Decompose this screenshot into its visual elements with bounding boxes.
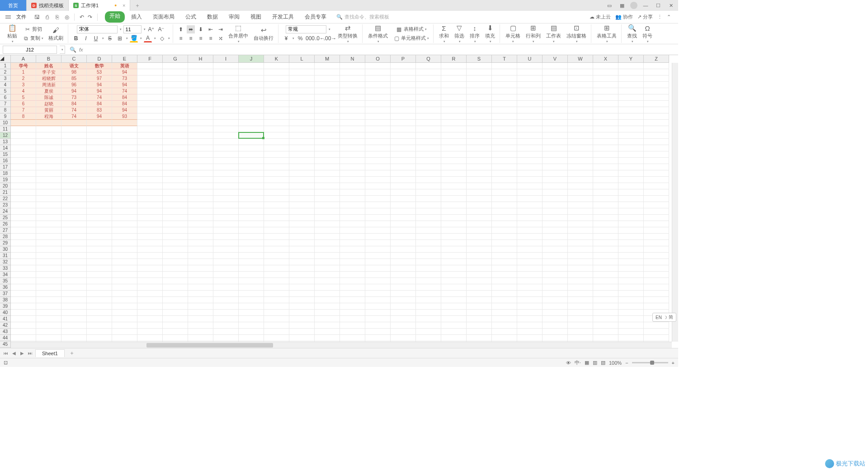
cell[interactable] (593, 183, 618, 189)
cell[interactable] (163, 215, 188, 221)
avatar-icon[interactable] (630, 2, 637, 9)
cell[interactable] (239, 322, 264, 329)
cell[interactable] (644, 234, 669, 240)
cell[interactable] (239, 297, 264, 303)
row-header[interactable]: 10 (0, 120, 11, 126)
cell[interactable] (542, 297, 568, 303)
cell[interactable] (416, 75, 441, 82)
row-header[interactable]: 6 (0, 94, 11, 101)
cell[interactable] (644, 82, 669, 88)
col-header-J[interactable]: J (239, 55, 264, 63)
cell[interactable] (568, 88, 593, 94)
cell[interactable] (517, 234, 542, 240)
cell[interactable] (618, 208, 644, 215)
cell[interactable] (36, 329, 61, 335)
cell[interactable] (239, 94, 264, 101)
cell[interactable] (163, 177, 188, 183)
cell[interactable] (644, 101, 669, 107)
cell[interactable] (264, 139, 289, 145)
cell[interactable] (517, 170, 542, 177)
cell[interactable] (391, 69, 416, 75)
cell[interactable] (644, 297, 669, 303)
cell[interactable] (188, 139, 213, 145)
cell[interactable] (416, 335, 441, 341)
cell[interactable] (188, 246, 213, 253)
cell[interactable] (618, 215, 644, 221)
cell[interactable] (137, 278, 163, 284)
cell[interactable] (542, 265, 568, 272)
cell[interactable] (264, 69, 289, 75)
cell[interactable] (11, 151, 36, 158)
cell[interactable] (36, 253, 61, 259)
cell[interactable] (568, 310, 593, 316)
font-color-button[interactable]: A (144, 34, 152, 42)
cell[interactable]: 96 (61, 82, 87, 88)
cell[interactable] (517, 189, 542, 196)
cell[interactable] (340, 126, 365, 132)
cell[interactable] (315, 297, 340, 303)
cell[interactable] (264, 322, 289, 329)
cell[interactable] (467, 265, 492, 272)
cell[interactable] (618, 126, 644, 132)
cell[interactable] (11, 158, 36, 164)
cell[interactable] (87, 284, 112, 291)
cell[interactable] (87, 303, 112, 310)
cell[interactable] (593, 303, 618, 310)
row-header[interactable]: 27 (0, 227, 11, 234)
cell[interactable]: 语文 (61, 63, 87, 69)
cell[interactable] (391, 189, 416, 196)
cell[interactable] (163, 284, 188, 291)
cell[interactable] (644, 259, 669, 265)
cell[interactable] (36, 202, 61, 208)
cell[interactable]: 黄丽 (36, 107, 61, 113)
cell[interactable] (11, 208, 36, 215)
cell[interactable] (416, 291, 441, 297)
cell[interactable] (264, 126, 289, 132)
cell[interactable] (11, 265, 36, 272)
menu-tab-dev[interactable]: 开发工具 (268, 11, 298, 23)
cell[interactable] (517, 196, 542, 202)
cell[interactable] (441, 335, 467, 341)
cell[interactable] (264, 316, 289, 322)
cell[interactable] (517, 227, 542, 234)
cell[interactable] (644, 75, 669, 82)
cell[interactable] (289, 164, 315, 170)
cell[interactable] (391, 196, 416, 202)
cell[interactable] (542, 145, 568, 151)
align-bottom-icon[interactable]: ⬇ (197, 25, 205, 33)
row-header[interactable]: 9 (0, 113, 11, 120)
cell[interactable] (542, 253, 568, 259)
cell[interactable] (365, 69, 391, 75)
cell[interactable] (467, 132, 492, 139)
cell[interactable] (239, 196, 264, 202)
cell[interactable] (289, 120, 315, 126)
col-header-X[interactable]: X (593, 55, 618, 63)
cell[interactable]: 73 (61, 94, 87, 101)
cell[interactable] (137, 139, 163, 145)
collapse-icon[interactable]: ⌃ (667, 14, 671, 20)
cell[interactable] (289, 170, 315, 177)
cell[interactable] (188, 82, 213, 88)
cell[interactable] (289, 303, 315, 310)
cell[interactable] (36, 158, 61, 164)
cell[interactable] (11, 329, 36, 335)
cell[interactable] (492, 139, 517, 145)
cell[interactable] (416, 310, 441, 316)
cell[interactable] (644, 183, 669, 189)
cell[interactable] (365, 234, 391, 240)
cell[interactable] (467, 335, 492, 341)
cell[interactable] (239, 272, 264, 278)
cell[interactable] (36, 272, 61, 278)
cell[interactable] (618, 297, 644, 303)
cell[interactable] (365, 82, 391, 88)
cell[interactable] (542, 158, 568, 164)
sheet-prev-button[interactable]: ◀ (11, 350, 17, 357)
cell[interactable] (289, 107, 315, 113)
cell[interactable] (264, 259, 289, 265)
search-input[interactable]: 🔍 查找命令、搜索模板 (336, 14, 389, 20)
cell[interactable] (112, 151, 137, 158)
cell[interactable] (365, 126, 391, 132)
cell[interactable] (163, 196, 188, 202)
cell[interactable] (112, 145, 137, 151)
cell[interactable] (618, 132, 644, 139)
